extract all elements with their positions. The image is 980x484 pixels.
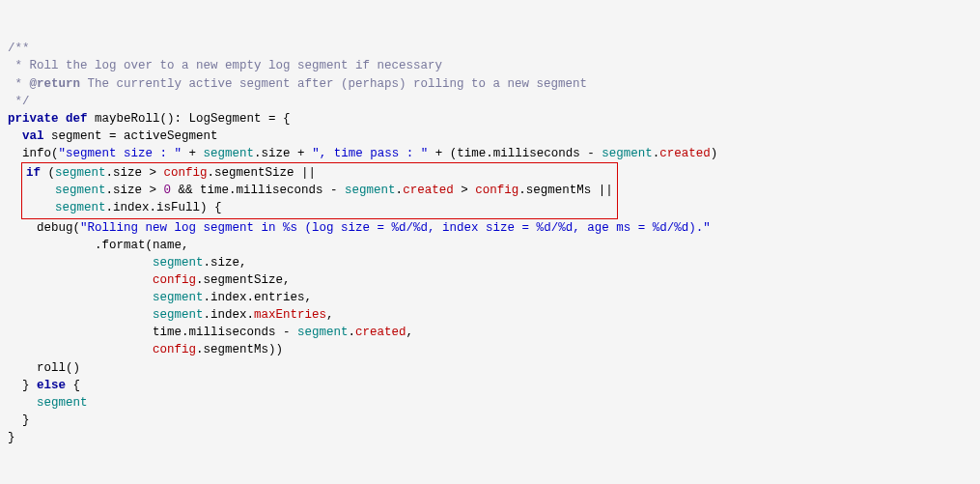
format-call: .format(name,	[95, 239, 189, 252]
a1-rest: .size,	[204, 256, 247, 270]
open-else: {	[66, 379, 80, 392]
str-2: ", time pass : "	[312, 147, 428, 160]
dot-size-1: .size +	[254, 147, 312, 160]
roll-call: roll()	[8, 361, 80, 375]
a5-pre: time.milliseconds -	[153, 326, 297, 339]
comment-line2-pre: *	[8, 77, 30, 91]
a2-rest: .segmentSize,	[196, 273, 291, 287]
highlighted-condition: if (segment.size > config.segmentSize ||…	[21, 162, 618, 218]
plus-1: +	[182, 147, 204, 160]
kw-else: else	[37, 379, 66, 392]
dbg-open: (	[73, 221, 81, 235]
close-if: }	[8, 379, 37, 392]
segment-ref-2: segment	[602, 147, 653, 160]
a5-created: created	[355, 326, 406, 339]
close-paren-1: )	[711, 147, 718, 160]
dot-hl2: .	[396, 184, 404, 197]
segment-ref-5: segment	[345, 184, 396, 197]
comment-line1: * Roll the log over to a new empty log s…	[8, 59, 442, 72]
created-2: created	[403, 184, 454, 197]
pad-a4	[8, 308, 153, 322]
kw-def: def	[66, 112, 88, 126]
else-segment: segment	[37, 396, 88, 410]
comment-close: */	[8, 95, 30, 108]
num-zero: 0	[164, 184, 172, 197]
a3-rest: .index.entries,	[204, 291, 313, 304]
txt-hl1: .size >	[106, 166, 164, 180]
paren: (	[51, 147, 59, 160]
config-ref-1: config	[164, 166, 208, 180]
a4-end: ,	[326, 308, 334, 322]
kw-val: val	[22, 129, 44, 143]
pad-a1	[8, 256, 153, 270]
segment-ref-4: segment	[55, 184, 106, 197]
a4-max: maxEntries	[254, 308, 326, 322]
a5-dot: .	[349, 326, 356, 339]
txt-hl2a: .size >	[106, 184, 164, 197]
txt-hl3: .index.isFull) {	[106, 201, 222, 214]
gt-hl2: >	[454, 184, 476, 197]
txt-hl1b: .segmentSize ||	[208, 166, 317, 180]
comment-open: /**	[8, 42, 30, 55]
info-call: info	[22, 147, 51, 160]
pad-fmt	[8, 239, 95, 252]
segment-ref-6: segment	[55, 201, 106, 214]
kw-private: private	[8, 112, 59, 126]
a2-cfg: config	[153, 273, 196, 287]
if-open: (	[41, 166, 55, 180]
a5-seg: segment	[297, 326, 349, 339]
pad-hl2	[26, 184, 55, 197]
pad-a3	[8, 291, 153, 304]
val-decl: segment = activeSegment	[44, 129, 218, 143]
code-block: /** * Roll the log over to a new empty l…	[8, 40, 972, 446]
str-1: "segment size : "	[59, 147, 182, 160]
pad-a5	[8, 326, 153, 339]
debug-string: "Rolling new log segment in %s (log size…	[80, 221, 711, 235]
pad-hl3	[26, 201, 55, 214]
pad-a2	[8, 273, 153, 287]
a1-seg: segment	[153, 256, 204, 270]
txt-hl2b: && time.milliseconds -	[171, 184, 345, 197]
a3-seg: segment	[153, 291, 204, 304]
javadoc-return-tag: @return	[30, 77, 81, 91]
kw-if: if	[26, 166, 41, 180]
pad-dbg	[8, 221, 37, 235]
close-fn: }	[8, 431, 15, 444]
close-else: }	[8, 413, 30, 427]
a5-end: ,	[406, 326, 414, 339]
comment-line2-post: The currently active segment after (perh…	[80, 77, 587, 91]
debug-call: debug	[37, 221, 73, 235]
config-ref-2: config	[475, 184, 518, 197]
pad-a6	[8, 343, 153, 356]
pad-else-seg	[8, 396, 37, 410]
a4-seg: segment	[153, 308, 204, 322]
plus-2: + (time.milliseconds -	[428, 147, 602, 160]
a4-mid: .index.	[204, 308, 255, 322]
a6-cfg: config	[153, 343, 196, 356]
segment-ref-3: segment	[55, 166, 106, 180]
a6-rest: .segmentMs))	[196, 343, 283, 356]
txt-hl2c: .segmentMs ||	[518, 184, 613, 197]
segment-ref-1: segment	[204, 147, 255, 160]
fn-signature: maybeRoll(): LogSegment = {	[88, 112, 291, 126]
created-1: created	[659, 147, 711, 160]
